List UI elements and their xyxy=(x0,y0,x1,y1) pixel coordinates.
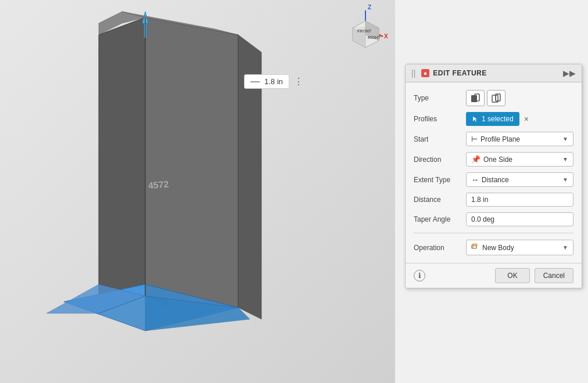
start-label: Start xyxy=(414,135,466,143)
operation-dropdown-arrow: ▼ xyxy=(562,244,568,251)
operation-dropdown-content: New Body xyxy=(471,243,514,252)
dimension-box[interactable]: 1.8 in xyxy=(244,74,289,89)
extent-value: Distance xyxy=(482,176,509,184)
operation-dropdown[interactable]: New Body ▼ xyxy=(466,240,573,255)
cursor-icon xyxy=(472,115,479,122)
start-icon: ⊢ xyxy=(471,135,478,143)
dimension-label-container: 1.8 in ⋮ xyxy=(244,74,306,89)
type-label: Type xyxy=(414,94,466,102)
info-button[interactable]: ℹ xyxy=(414,270,425,281)
panel-footer: ℹ OK Cancel xyxy=(406,263,582,288)
model-label: 4572 xyxy=(148,179,169,191)
operation-row: Operation New Body xyxy=(406,237,582,258)
distance-input[interactable] xyxy=(466,193,573,207)
panel-header-left: || EDIT FEATURE xyxy=(411,68,487,78)
start-control: ⊢ Profile Plane ▼ xyxy=(466,132,573,146)
start-value: Profile Plane xyxy=(481,135,520,143)
svg-rect-30 xyxy=(472,245,476,248)
start-dropdown[interactable]: ⊢ Profile Plane ▼ xyxy=(466,132,573,146)
svg-marker-0 xyxy=(99,17,145,313)
type-btn-solid[interactable] xyxy=(466,90,485,106)
direction-dropdown-content: 📌 One Side xyxy=(471,155,512,164)
separator xyxy=(414,233,573,233)
start-dropdown-content: ⊢ Profile Plane xyxy=(471,135,520,143)
svg-text:X: X xyxy=(384,33,388,39)
stop-icon xyxy=(421,69,429,77)
profiles-row: Profiles 1 selected × xyxy=(406,109,582,129)
profiles-clear-button[interactable]: × xyxy=(522,113,531,125)
svg-text:FRONT: FRONT xyxy=(357,29,372,33)
type-row: Type xyxy=(406,87,582,109)
profiles-selected-button[interactable]: 1 selected xyxy=(466,112,519,126)
extent-dropdown-arrow: ▼ xyxy=(562,176,568,183)
distance-row: Distance xyxy=(406,190,582,209)
operation-value: New Body xyxy=(482,244,514,252)
type-control xyxy=(466,90,573,106)
dimension-value: 1.8 in xyxy=(264,77,283,86)
direction-control: 📌 One Side ▼ xyxy=(466,152,573,167)
nav-cube[interactable]: Z X FRONT RIGHT xyxy=(341,5,390,56)
profiles-label: Profiles xyxy=(414,115,466,123)
direction-icon: 📌 xyxy=(471,155,481,164)
direction-dropdown-arrow: ▼ xyxy=(562,156,568,162)
extent-dropdown-content: ↔ Distance xyxy=(471,175,509,184)
operation-control: New Body ▼ xyxy=(466,240,573,255)
taper-control xyxy=(466,212,573,226)
svg-text:Z: Z xyxy=(368,5,371,10)
drag-handle: || xyxy=(411,68,415,78)
operation-label: Operation xyxy=(414,244,466,252)
ok-button[interactable]: OK xyxy=(495,268,529,283)
extent-icon: ↔ xyxy=(471,175,479,184)
panel-body: Type Profiles xyxy=(406,82,582,263)
start-row: Start ⊢ Profile Plane ▼ xyxy=(406,129,582,149)
edit-feature-panel: || EDIT FEATURE ▶▶ Type xyxy=(405,64,582,288)
new-body-icon xyxy=(471,243,479,251)
taper-label: Taper Angle xyxy=(414,215,466,223)
3d-viewport[interactable]: 4572 Z X FRONT RIGHT xyxy=(0,0,395,383)
profiles-control: 1 selected × xyxy=(466,112,573,126)
distance-label: Distance xyxy=(414,196,466,204)
extent-type-row: Extent Type ↔ Distance ▼ xyxy=(406,169,582,190)
svg-marker-2 xyxy=(145,17,238,308)
direction-row: Direction 📌 One Side ▼ xyxy=(406,149,582,169)
direction-label: Direction xyxy=(414,156,466,164)
distance-control xyxy=(466,193,573,207)
panel-title: EDIT FEATURE xyxy=(433,69,486,77)
profiles-selected-text: 1 selected xyxy=(482,115,514,123)
panel-header: || EDIT FEATURE ▶▶ xyxy=(406,64,582,82)
extent-label: Extent Type xyxy=(414,176,466,184)
dimension-menu-icon[interactable]: ⋮ xyxy=(292,75,306,88)
svg-marker-29 xyxy=(473,117,477,122)
forward-icon[interactable]: ▶▶ xyxy=(563,68,576,78)
taper-angle-row: Taper Angle xyxy=(406,209,582,229)
direction-dropdown[interactable]: 📌 One Side ▼ xyxy=(466,152,573,167)
extent-dropdown[interactable]: ↔ Distance ▼ xyxy=(466,172,573,187)
extent-control: ↔ Distance ▼ xyxy=(466,172,573,187)
cancel-button[interactable]: Cancel xyxy=(535,268,573,283)
taper-input[interactable] xyxy=(466,212,573,226)
operation-icon xyxy=(471,243,479,252)
svg-text:RIGHT: RIGHT xyxy=(368,35,381,39)
direction-value: One Side xyxy=(483,156,512,164)
type-btn-surface[interactable] xyxy=(487,90,505,106)
start-dropdown-arrow: ▼ xyxy=(562,136,568,142)
